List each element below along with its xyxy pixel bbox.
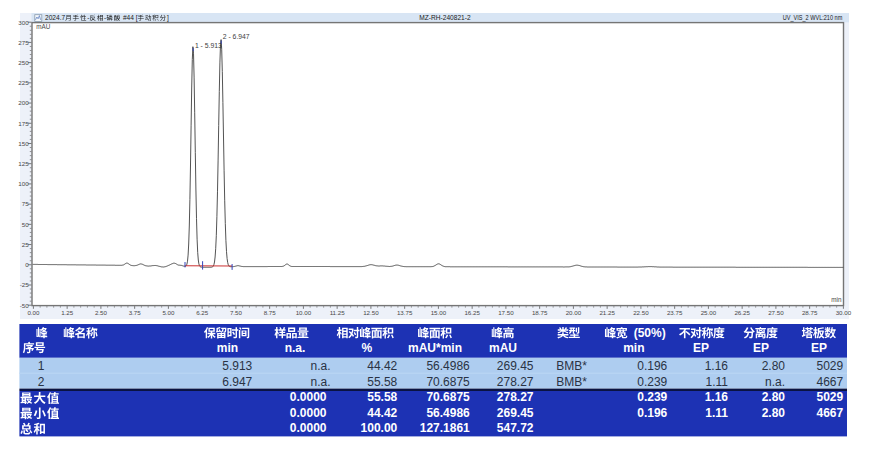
svg-text:27.50: 27.50 — [768, 309, 784, 316]
svg-text:2 - 6.947: 2 - 6.947 — [223, 33, 250, 40]
svg-text:1.11: 1.11 — [706, 375, 729, 389]
svg-text:1.16: 1.16 — [705, 359, 729, 373]
svg-text:2.80: 2.80 — [762, 406, 786, 420]
svg-text:0.239: 0.239 — [637, 390, 667, 404]
svg-text:11.25: 11.25 — [330, 309, 346, 316]
svg-text:1 - 5.913: 1 - 5.913 — [195, 42, 222, 49]
svg-text:150: 150 — [18, 140, 29, 147]
svg-text:5029: 5029 — [816, 390, 843, 404]
svg-text:1: 1 — [38, 359, 45, 373]
svg-text:17.50: 17.50 — [498, 309, 514, 316]
svg-text:8.75: 8.75 — [264, 309, 277, 316]
svg-text:200: 200 — [18, 99, 29, 106]
svg-text:55.58: 55.58 — [367, 375, 397, 389]
svg-text:70.6875: 70.6875 — [426, 375, 470, 389]
svg-text:269.45: 269.45 — [497, 406, 534, 420]
svg-text:0.196: 0.196 — [637, 406, 667, 420]
svg-text:25.00: 25.00 — [701, 309, 717, 316]
svg-text:0.0000: 0.0000 — [290, 421, 327, 435]
svg-text:-: - — [104, 14, 106, 21]
svg-text:278.27: 278.27 — [497, 390, 534, 404]
svg-text:min: min — [831, 296, 842, 303]
svg-text:min: min — [217, 341, 238, 355]
svg-text:30.00: 30.00 — [836, 309, 852, 316]
svg-text:5029: 5029 — [816, 359, 843, 373]
svg-text:0.196: 0.196 — [637, 359, 667, 373]
svg-text:4667: 4667 — [816, 406, 843, 420]
svg-text:1.25: 1.25 — [61, 309, 74, 316]
svg-text:50: 50 — [22, 221, 29, 228]
svg-text:3.75: 3.75 — [129, 309, 142, 316]
svg-text:n.a.: n.a. — [765, 375, 785, 389]
svg-text:0.00: 0.00 — [27, 309, 40, 316]
svg-text:5.00: 5.00 — [162, 309, 175, 316]
svg-text:5.913: 5.913 — [222, 359, 252, 373]
svg-text:%: % — [362, 341, 373, 355]
svg-text:#44: #44 — [123, 14, 134, 21]
svg-text:21.25: 21.25 — [599, 309, 615, 316]
svg-text:26.25: 26.25 — [734, 309, 750, 316]
svg-text:7.50: 7.50 — [230, 309, 243, 316]
svg-text:23.75: 23.75 — [667, 309, 683, 316]
svg-text:225: 225 — [18, 79, 29, 86]
svg-text:2.80: 2.80 — [762, 359, 786, 373]
svg-text:269.45: 269.45 — [497, 359, 534, 373]
svg-text:175: 175 — [18, 120, 29, 127]
svg-text:BMB*: BMB* — [556, 375, 587, 389]
svg-text:12.50: 12.50 — [363, 309, 379, 316]
svg-text:250: 250 — [18, 59, 29, 66]
svg-text:2.80: 2.80 — [762, 390, 786, 404]
svg-text:125: 125 — [18, 160, 29, 167]
svg-text:6.25: 6.25 — [196, 309, 209, 316]
svg-text:25: 25 — [22, 241, 29, 248]
svg-text:]: ] — [167, 14, 169, 22]
svg-text:55.58: 55.58 — [367, 390, 397, 404]
svg-text:EP: EP — [811, 341, 827, 355]
svg-text:100: 100 — [18, 180, 29, 187]
svg-text:10.00: 10.00 — [296, 309, 312, 316]
svg-text:EP: EP — [753, 341, 769, 355]
svg-text:44.42: 44.42 — [367, 359, 397, 373]
svg-text:-25: -25 — [20, 281, 30, 288]
svg-text:18.75: 18.75 — [532, 309, 548, 316]
svg-text:[: [ — [136, 14, 138, 22]
svg-text:2024.7: 2024.7 — [45, 14, 66, 21]
svg-text:15.00: 15.00 — [431, 309, 447, 316]
svg-text:56.4986: 56.4986 — [426, 406, 470, 420]
svg-text:n.a.: n.a. — [285, 341, 306, 355]
svg-text:UV_VIS_2 WVL:210 nm: UV_VIS_2 WVL:210 nm — [783, 14, 843, 22]
svg-text:4667: 4667 — [816, 375, 843, 389]
svg-text:28.75: 28.75 — [802, 309, 818, 316]
svg-text:16.25: 16.25 — [464, 309, 480, 316]
svg-text:22.50: 22.50 — [633, 309, 649, 316]
svg-text:1.11: 1.11 — [705, 406, 728, 420]
svg-text:0: 0 — [25, 261, 29, 268]
svg-text:1.16: 1.16 — [705, 390, 729, 404]
svg-text:MZ-RH-240821-2: MZ-RH-240821-2 — [419, 14, 471, 21]
svg-text:278.27: 278.27 — [497, 375, 534, 389]
svg-text:(50%): (50%) — [634, 326, 666, 340]
svg-text:6.947: 6.947 — [222, 375, 252, 389]
svg-text:mAU: mAU — [489, 341, 517, 355]
svg-text:2.50: 2.50 — [95, 309, 108, 316]
svg-text:70.6875: 70.6875 — [426, 390, 470, 404]
svg-text:0.0000: 0.0000 — [290, 390, 327, 404]
svg-text:75: 75 — [22, 200, 29, 207]
svg-text:13.75: 13.75 — [397, 309, 413, 316]
svg-text:44.42: 44.42 — [367, 406, 397, 420]
svg-text:127.1861: 127.1861 — [420, 421, 470, 435]
svg-text:0.239: 0.239 — [637, 375, 667, 389]
svg-text:n.a.: n.a. — [310, 375, 330, 389]
svg-text:20.00: 20.00 — [566, 309, 582, 316]
svg-text:2: 2 — [38, 375, 45, 389]
svg-text:275: 275 — [18, 39, 29, 46]
svg-text:EP: EP — [693, 341, 709, 355]
svg-text:BMB*: BMB* — [556, 359, 587, 373]
svg-text:56.4986: 56.4986 — [426, 359, 470, 373]
svg-text:mAU*min: mAU*min — [408, 341, 462, 355]
svg-text:0.0000: 0.0000 — [290, 406, 327, 420]
svg-text:n.a.: n.a. — [310, 359, 330, 373]
svg-text:-: - — [87, 14, 89, 21]
svg-text:-50: -50 — [20, 302, 30, 309]
svg-text:mAU: mAU — [36, 23, 50, 30]
